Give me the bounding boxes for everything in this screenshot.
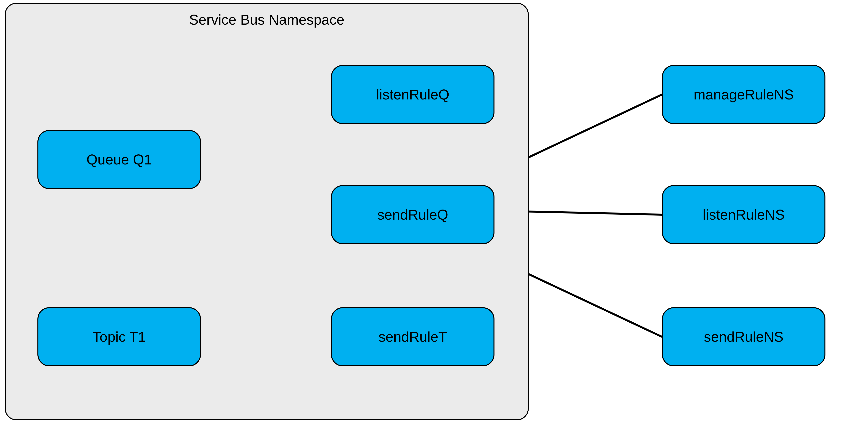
queue-q1-node: Queue Q1 — [37, 130, 201, 189]
connector-line — [529, 274, 662, 337]
listen-rule-q-label: listenRuleQ — [376, 87, 450, 103]
listen-rule-ns-label: listenRuleNS — [703, 206, 785, 223]
listen-rule-q-node: listenRuleQ — [331, 65, 494, 124]
send-rule-ns-node: sendRuleNS — [662, 307, 826, 366]
connector-line — [529, 95, 662, 157]
topic-t1-label: Topic T1 — [93, 329, 146, 345]
send-rule-q-label: sendRuleQ — [377, 206, 448, 223]
send-rule-ns-label: sendRuleNS — [704, 329, 783, 345]
listen-rule-ns-node: listenRuleNS — [662, 185, 826, 244]
manage-rule-ns-node: manageRuleNS — [662, 65, 826, 124]
send-rule-t-node: sendRuleT — [331, 307, 494, 366]
queue-q1-label: Queue Q1 — [87, 152, 152, 168]
topic-t1-node: Topic T1 — [37, 307, 201, 366]
connector-line — [529, 211, 662, 215]
diagram-canvas: Service Bus Namespace Queue Q1 Topic T1 … — [0, 0, 868, 426]
namespace-title: Service Bus Namespace — [6, 12, 528, 28]
send-rule-t-label: sendRuleT — [378, 329, 447, 345]
manage-rule-ns-label: manageRuleNS — [694, 87, 794, 103]
send-rule-q-node: sendRuleQ — [331, 185, 494, 244]
